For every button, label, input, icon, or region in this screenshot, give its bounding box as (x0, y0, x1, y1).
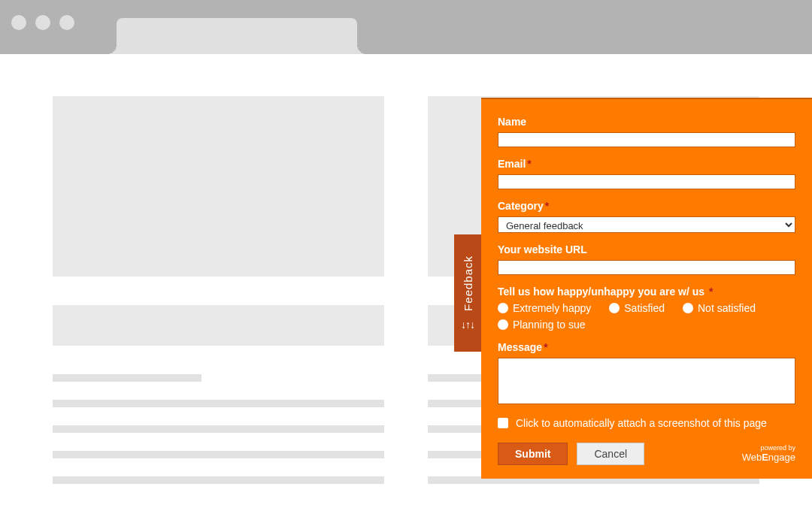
name-input[interactable] (498, 132, 795, 147)
radio-icon (498, 319, 508, 330)
submit-button[interactable]: Submit (498, 443, 568, 465)
category-select[interactable]: General feedback (498, 216, 795, 233)
message-label: Message* (498, 341, 795, 353)
radio-icon (683, 303, 693, 313)
field-url: Your website URL (498, 243, 795, 275)
radio-icon (609, 303, 620, 313)
feedback-panel: Name Email* Category* General feedback Y… (481, 98, 812, 479)
feedback-tab[interactable]: Feedback ↓↑↓ (454, 234, 481, 352)
bidirectional-arrows-icon: ↓↑↓ (461, 319, 474, 331)
screenshot-label: Click to automatically attach a screensh… (516, 417, 767, 429)
traffic-light-close[interactable] (11, 15, 26, 30)
field-category: Category* General feedback (498, 200, 795, 233)
powered-by: powered by WebEngage (742, 445, 795, 463)
email-label: Email* (498, 158, 795, 170)
traffic-light-max[interactable] (59, 15, 74, 30)
traffic-lights (11, 15, 74, 30)
radio-planning-to-sue[interactable]: Planning to sue (498, 319, 586, 331)
field-message: Message* (498, 341, 795, 407)
field-happiness: Tell us how happy/unhappy you are w/ us … (498, 286, 795, 331)
url-input[interactable] (498, 260, 795, 275)
cancel-button[interactable]: Cancel (577, 443, 644, 465)
radio-extremely-happy[interactable]: Extremely happy (498, 302, 591, 314)
screenshot-checkbox-row[interactable]: Click to automatically attach a screensh… (498, 417, 795, 429)
placeholder-block (53, 96, 384, 277)
wireframe-col-left (53, 96, 384, 502)
email-input[interactable] (498, 174, 795, 189)
radio-not-satisfied[interactable]: Not satisfied (683, 302, 756, 314)
required-asterisk: * (544, 341, 547, 353)
browser-chrome (0, 0, 812, 54)
traffic-light-min[interactable] (35, 15, 50, 30)
field-name: Name (498, 116, 795, 147)
required-asterisk: * (709, 286, 713, 298)
radio-icon (498, 303, 508, 313)
required-asterisk: * (527, 158, 531, 170)
placeholder-lines (53, 374, 384, 502)
browser-tab[interactable] (117, 18, 357, 54)
url-label: Your website URL (498, 243, 795, 255)
message-textarea[interactable] (498, 358, 795, 404)
category-label: Category* (498, 200, 795, 212)
radio-satisfied[interactable]: Satisfied (609, 302, 665, 314)
field-email: Email* (498, 158, 795, 189)
placeholder-block (53, 305, 384, 346)
happiness-label: Tell us how happy/unhappy you are w/ us … (498, 286, 795, 298)
checkbox-icon (498, 418, 508, 428)
feedback-tab-label: Feedback (462, 255, 474, 311)
panel-actions: Submit Cancel powered by WebEngage (498, 443, 795, 465)
name-label: Name (498, 116, 795, 128)
required-asterisk: * (545, 200, 549, 212)
